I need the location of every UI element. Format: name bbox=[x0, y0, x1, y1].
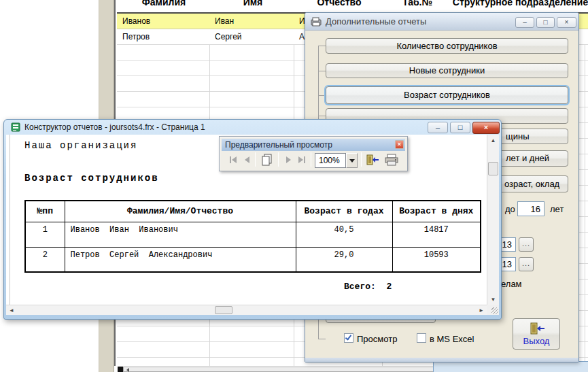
tree-branch bbox=[318, 46, 326, 46]
exit-button[interactable]: Выход bbox=[513, 318, 560, 350]
age-filter-input[interactable] bbox=[517, 201, 544, 216]
prev-page-icon bbox=[245, 156, 249, 163]
tree-branch bbox=[318, 116, 326, 116]
report-window-titlebar[interactable]: Конструктор отчетов - joursots4.frx - Ст… bbox=[4, 120, 501, 135]
report-heading: Возраст сотрудников bbox=[24, 173, 159, 184]
tree-branch bbox=[318, 339, 326, 339]
first-page-icon bbox=[230, 156, 231, 163]
report-table-header-row: №пп Фамилия/Имя/Отчество Возраст в годах… bbox=[25, 201, 481, 222]
cell-number: 2 bbox=[25, 247, 65, 272]
cell-surname: Иванов bbox=[122, 14, 150, 29]
maximize-button[interactable]: □ bbox=[450, 122, 470, 133]
scroll-left-icon bbox=[126, 368, 129, 372]
date-picker-button-1[interactable]: ... bbox=[519, 237, 534, 252]
bottom-panel-strip bbox=[433, 361, 588, 372]
screen: Фамилия Имя Отчество Таб.№ Структурное п… bbox=[0, 0, 588, 372]
next-page-icon bbox=[286, 156, 291, 163]
dialog-bottom-frame bbox=[305, 358, 578, 362]
printer-icon bbox=[384, 154, 399, 166]
header-cell: №пп bbox=[25, 201, 65, 222]
tree-branch bbox=[318, 71, 326, 71]
page-edge-line bbox=[10, 135, 10, 305]
checkbox-label: Просмотр bbox=[357, 334, 397, 344]
report-table: №пп Фамилия/Имя/Отчество Возраст в годах… bbox=[24, 200, 481, 273]
zoom-dropdown-button[interactable] bbox=[346, 153, 358, 168]
grid-header-department: Структурное подразделение bbox=[451, 0, 588, 7]
close-button[interactable]: × bbox=[557, 17, 576, 28]
cell-fullname: Петров Сергей Александрович bbox=[65, 247, 296, 272]
scroll-down-icon[interactable]: ▼ bbox=[487, 297, 499, 303]
check-icon bbox=[345, 333, 351, 340]
button-label-fragment: щины bbox=[506, 129, 529, 143]
cell-age-days: 14817 bbox=[392, 222, 481, 247]
cell-fullname: Иванов Иван Иванович bbox=[65, 222, 296, 247]
hscroll-thumb[interactable] bbox=[215, 306, 232, 314]
report-table-row: 2 Петров Сергей Александрович 29,0 10593 bbox=[25, 247, 481, 272]
age-filter-suffix: лет bbox=[550, 204, 564, 214]
last-page-icon bbox=[298, 156, 303, 163]
header-cell: Возраст в днях bbox=[392, 201, 481, 222]
grid-header-tab-no: Таб.№ bbox=[383, 0, 451, 7]
resize-grip[interactable] bbox=[491, 307, 498, 314]
minimize-button[interactable]: – bbox=[428, 122, 448, 133]
horizontal-scrollbar[interactable]: ◄ ► bbox=[6, 305, 487, 315]
dialog-title: Дополнительные отчеты bbox=[326, 16, 426, 27]
reports-dialog-icon bbox=[311, 17, 323, 27]
scrollbar-corner bbox=[487, 305, 499, 315]
grid-corner-block bbox=[118, 367, 123, 372]
cell-age-days: 10593 bbox=[392, 247, 481, 272]
total-line: Всего: 2 bbox=[344, 282, 392, 292]
scroll-left-icon[interactable]: ◄ bbox=[9, 307, 14, 314]
first-page-button[interactable] bbox=[227, 153, 239, 167]
grid-header-row: Фамилия Имя Отчество Таб.№ Структурное п… bbox=[117, 0, 588, 14]
checkbox-label: в MS Excel bbox=[430, 334, 474, 344]
preview-toolbar-title: Предварительный просмотр bbox=[225, 140, 332, 150]
preview-toolbar: Предварительный просмотр × bbox=[219, 136, 408, 171]
scroll-up-icon[interactable]: ▲ bbox=[487, 137, 499, 143]
last-page-button[interactable] bbox=[296, 153, 308, 167]
tree-branch bbox=[318, 95, 326, 96]
button-label-fragment: озраст, оклад bbox=[504, 176, 559, 192]
exit-button-label: Выход bbox=[513, 336, 559, 346]
prev-page-button[interactable] bbox=[241, 153, 253, 167]
scroll-right-icon[interactable]: ► bbox=[479, 307, 484, 314]
separator bbox=[361, 152, 362, 167]
date-picker-button-2[interactable]: ... bbox=[519, 257, 534, 271]
vscroll-thumb[interactable] bbox=[488, 162, 498, 175]
exit-door-icon bbox=[530, 322, 546, 335]
organization-name: Наша организация bbox=[24, 140, 137, 151]
next-page-button[interactable] bbox=[282, 153, 294, 167]
report-button-employee-count[interactable]: Количество сотрудников bbox=[326, 38, 568, 54]
dialog-titlebar[interactable]: Дополнительные отчеты – □ × bbox=[305, 13, 578, 31]
cell-name: Иван bbox=[215, 14, 234, 29]
vertical-scrollbar[interactable]: ▲ ▼ bbox=[487, 135, 499, 305]
cell-surname: Петров bbox=[122, 29, 150, 44]
close-icon[interactable]: × bbox=[395, 140, 404, 149]
background-hscrollbar[interactable] bbox=[123, 367, 434, 372]
header-cell: Возраст в годах bbox=[296, 201, 392, 222]
cell-age-years: 40,5 bbox=[296, 222, 392, 247]
copy-pages-button[interactable] bbox=[259, 153, 275, 167]
header-cell: Фамилия/Имя/Отчество bbox=[65, 201, 296, 222]
report-button-employee-age[interactable]: Возраст сотрудников bbox=[326, 86, 568, 104]
preview-toolbar-titlebar[interactable]: Предварительный просмотр × bbox=[222, 139, 405, 151]
report-table-row: 1 Иванов Иван Иванович 40,5 14817 bbox=[25, 222, 481, 247]
chevron-down-icon bbox=[349, 159, 355, 163]
print-button[interactable] bbox=[383, 153, 400, 167]
grid-header-surname: Фамилия bbox=[117, 0, 211, 7]
grid-header-patronymic: Отчество bbox=[295, 0, 383, 7]
separator bbox=[278, 152, 279, 167]
cell-age-years: 29,0 bbox=[296, 247, 392, 272]
zoom-level-input[interactable] bbox=[315, 153, 346, 168]
report-button-new-employees[interactable]: Новые сотрудники bbox=[326, 63, 568, 78]
minimize-button[interactable]: – bbox=[515, 17, 534, 28]
separator bbox=[255, 152, 256, 167]
age-filter-prefix: до bbox=[505, 204, 515, 214]
grid-header-name: Имя bbox=[211, 0, 295, 7]
close-button[interactable]: × bbox=[472, 122, 500, 134]
report-book-icon bbox=[11, 122, 21, 133]
button-label-fragment: лет и дней bbox=[506, 151, 549, 166]
close-preview-button[interactable] bbox=[364, 153, 381, 167]
report-window-title: Конструктор отчетов - joursots4.frx - Ст… bbox=[24, 122, 205, 132]
maximize-button[interactable]: □ bbox=[536, 17, 555, 28]
